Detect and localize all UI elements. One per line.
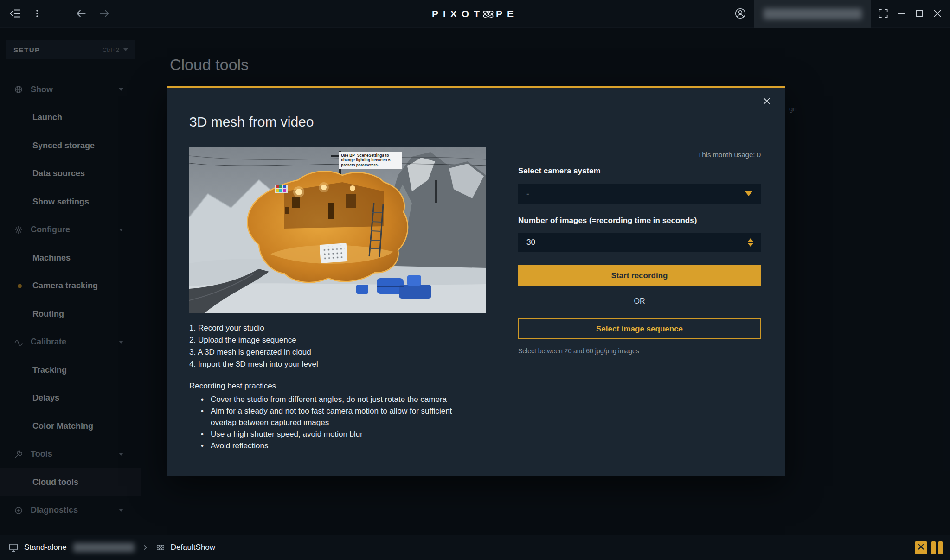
step-item: 2. Upload the image sequence [189, 334, 318, 346]
machine-name-blurred [73, 543, 135, 552]
logo-text-left: PIXOT [432, 8, 484, 19]
show-name-label: DefaultShow [171, 543, 215, 552]
account-button[interactable] [734, 8, 746, 20]
collapse-sidebar-button[interactable] [9, 8, 21, 20]
statusbar: Stand-alone DefaultShow [0, 535, 950, 560]
logo-text-right: PE [496, 8, 518, 19]
close-icon [917, 543, 925, 552]
practice-item: Use a high shutter speed, avoid motion b… [189, 428, 461, 440]
step-item: 3. A 3D mesh is generated in cloud [189, 346, 318, 358]
dialog-form: This month usage: 0 Select camera system… [518, 88, 761, 476]
arrow-right-icon [98, 7, 110, 21]
practice-item: Cover the studio from different angles, … [189, 394, 461, 405]
number-of-images-input[interactable] [518, 238, 761, 247]
statusbar-actions [915, 541, 943, 554]
pixotope-logo: PIXOT PE [432, 0, 518, 28]
chevron-right-icon [142, 544, 148, 551]
number-of-images-field [518, 233, 761, 252]
close-icon [931, 7, 944, 21]
stepper-up-icon[interactable] [748, 238, 753, 242]
pause-bar-icon [938, 541, 943, 554]
select-image-sequence-button[interactable]: Select image sequence [518, 318, 761, 339]
studio-scan-preview: Use BP_SceneSettings to change lighting … [189, 147, 486, 313]
pause-bar-icon [931, 541, 936, 554]
dialog-close-button[interactable] [762, 96, 772, 107]
number-of-images-label: Number of images (≈recording time in sec… [518, 216, 697, 225]
topbar: PIXOT PE [0, 0, 950, 28]
mode-label: Stand-alone [24, 543, 67, 552]
camera-system-select[interactable]: - [518, 184, 761, 204]
or-separator: OR [518, 297, 761, 305]
camera-system-label: Select camera system [518, 166, 601, 176]
studio-scan-art [189, 147, 486, 313]
dialog-title: 3D mesh from video [189, 114, 314, 130]
best-practices-title: Recording best practices [189, 382, 276, 391]
kebab-menu-button[interactable] [32, 9, 42, 19]
step-item: 1. Record your studio [189, 322, 318, 334]
collapse-sidebar-icon [9, 7, 21, 21]
nav-forward-button[interactable] [98, 8, 110, 20]
topbar-left-controls [9, 0, 110, 28]
camera-system-value: - [526, 189, 529, 198]
stepper-down-icon[interactable] [748, 243, 753, 247]
number-stepper [748, 238, 753, 247]
redacted-text [764, 8, 862, 19]
mesh-from-video-dialog: 3D mesh from video [167, 86, 785, 476]
close-icon [762, 96, 772, 108]
machine-icon [8, 542, 19, 553]
maximize-icon [913, 7, 925, 21]
kebab-menu-icon [32, 9, 42, 19]
practice-item: Avoid reflections [189, 440, 461, 452]
practice-item: Aim for a steady and not too fast camera… [189, 405, 461, 428]
expand-window-button[interactable] [877, 8, 889, 20]
start-recording-button[interactable]: Start recording [518, 265, 761, 286]
minimize-icon [895, 7, 907, 21]
maximize-window-button[interactable] [913, 8, 925, 20]
chevron-down-icon [745, 191, 752, 196]
pause-show-button[interactable] [931, 541, 943, 554]
best-practices-list: Cover the studio from different angles, … [189, 394, 461, 452]
scene-settings-note: Use BP_SceneSettings to change lighting … [339, 152, 401, 169]
usage-counter: This month usage: 0 [698, 151, 761, 159]
nav-back-button[interactable] [75, 8, 87, 20]
close-window-button[interactable] [931, 8, 944, 20]
atom-icon [482, 8, 494, 20]
image-count-hint: Select between 20 and 60 jpg/png images [518, 347, 639, 355]
step-item: 4. Import the 3D mesh into your level [189, 358, 318, 370]
steps-list: 1. Record your studio 2. Upload the imag… [189, 322, 318, 370]
app-window: PIXOT PE [0, 0, 950, 560]
show-icon [156, 543, 165, 552]
stop-show-button[interactable] [915, 541, 927, 554]
expand-icon [877, 7, 889, 21]
user-icon [734, 7, 746, 21]
minimize-window-button[interactable] [895, 8, 907, 20]
topbar-right-controls [734, 0, 944, 28]
arrow-left-icon [75, 7, 87, 21]
user-name-blurred [754, 0, 871, 28]
